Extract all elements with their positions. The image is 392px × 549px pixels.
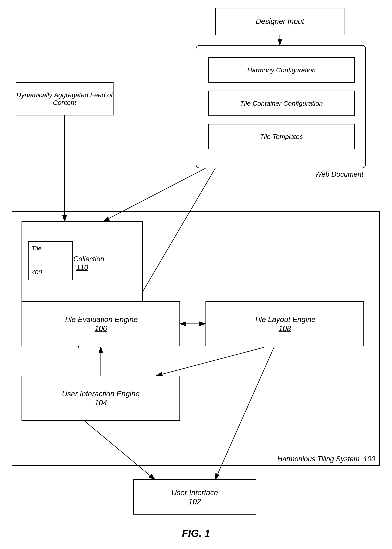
tile-layout-engine-box: Tile Layout Engine 108: [205, 301, 364, 346]
harmony-config-label: Harmony Configuration: [247, 66, 316, 74]
designer-input-box: Designer Input: [215, 8, 344, 35]
tile-eval-engine-label: Tile Evaluation Engine: [64, 315, 138, 324]
tile-container-config-label: Tile Container Configuration: [240, 100, 323, 107]
tile-templates-label: Tile Templates: [260, 133, 303, 140]
web-document-label: Web Document: [315, 170, 364, 178]
user-interface-box: User Interface 102: [133, 479, 256, 514]
user-interface-inner: User Interface 102: [169, 480, 220, 514]
designer-input-label: Designer Input: [256, 17, 304, 26]
tile-templates-box: Tile Templates: [208, 124, 355, 149]
tile-inner-number: 400: [32, 269, 42, 276]
user-interaction-engine-number: 104: [95, 399, 107, 407]
user-interaction-engine-box: User Interaction Engine 104: [21, 376, 180, 421]
tile-inner-box: Tile 400: [28, 241, 73, 280]
tile-layout-engine-label: Tile Layout Engine: [254, 315, 315, 324]
harmony-config-box: Harmony Configuration: [208, 57, 355, 83]
tile-collection-box: Tile Collection 110 Tile 400: [21, 221, 143, 305]
tile-eval-engine-inner: Tile Evaluation Engine 106: [62, 302, 140, 346]
web-document-box: Harmony Configuration Tile Container Con…: [196, 45, 366, 168]
dynamic-feed-label: Dynamically Aggregated Feed of Content: [16, 91, 113, 106]
tile-eval-engine-number: 106: [95, 324, 107, 333]
user-interaction-engine-inner: User Interaction Engine 104: [60, 376, 141, 420]
user-interaction-engine-label: User Interaction Engine: [62, 389, 140, 399]
tile-container-config-box: Tile Container Configuration: [208, 90, 355, 116]
tile-layout-engine-inner: Tile Layout Engine 108: [252, 302, 317, 346]
tile-layout-engine-number: 108: [279, 324, 291, 333]
diagram: Designer Input Harmony Configuration Til…: [0, 0, 392, 549]
dynamic-feed-box: Dynamically Aggregated Feed of Content: [16, 82, 113, 115]
tile-inner-label: Tile: [32, 245, 42, 252]
fig-label: FIG. 1: [0, 528, 392, 539]
tile-eval-engine-box: Tile Evaluation Engine 106: [21, 301, 180, 346]
user-interface-label: User Interface: [171, 488, 218, 498]
user-interface-number: 102: [189, 498, 201, 506]
tile-collection-number: 110: [76, 264, 88, 272]
harmonious-system-label: Harmonious Tiling System 100: [277, 455, 375, 463]
